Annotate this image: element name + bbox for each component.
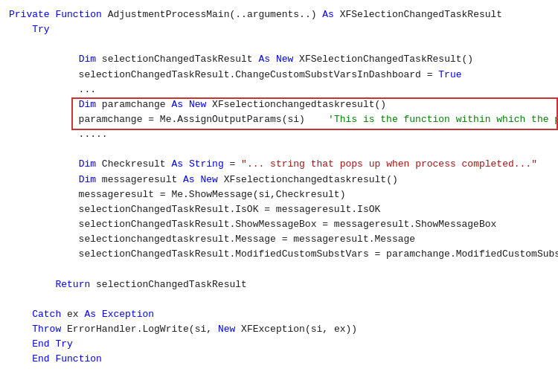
code-line — [0, 292, 558, 307]
code-line: selectionchangedtaskresult.Message = mes… — [0, 232, 558, 247]
code-line: Dim paramchange As New XFselectionchange… — [0, 97, 558, 112]
code-line: Dim selectionChangedTaskResult As New XF… — [0, 52, 558, 67]
code-line: selectionChangedTaskResult.ShowMessageBo… — [0, 217, 558, 232]
code-line: ..... — [0, 127, 558, 142]
code-line — [0, 142, 558, 157]
code-line — [0, 262, 558, 277]
code-editor: Private Function AdjustmentProcessMain(.… — [0, 0, 558, 392]
code-line: ... — [0, 83, 558, 97]
code-line: Catch ex As Exception — [0, 307, 558, 322]
code-line: Dim messageresult As New XFselectionchan… — [0, 173, 558, 187]
code-line: Throw ErrorHandler.LogWrite(si, New XFEx… — [0, 322, 558, 337]
code-line: Try — [0, 22, 558, 37]
code-line: messageresult = Me.ShowMessage(si,Checkr… — [0, 187, 558, 202]
code-line: Dim Checkresult As String = "... string … — [0, 157, 558, 172]
code-line: selectionChangedTaskResult.ModifiedCusto… — [0, 247, 558, 262]
code-block: Private Function AdjustmentProcessMain(.… — [0, 7, 558, 367]
code-line: Return selectionChangedTaskResult — [0, 277, 558, 292]
highlight-region: Dim paramchange As New XFselectionchange… — [0, 97, 558, 127]
code-line: selectionChangedTaskResult.ChangeCustomS… — [0, 68, 558, 83]
code-line: End Function — [0, 352, 558, 367]
code-line: selectionChangedTaskResult.IsOK = messag… — [0, 202, 558, 217]
code-line: End Try — [0, 337, 558, 352]
code-line: Private Function AdjustmentProcessMain(.… — [0, 7, 558, 22]
code-line: paramchange = Me.AssignOutputParams(si) … — [0, 112, 558, 127]
code-line — [0, 37, 558, 52]
